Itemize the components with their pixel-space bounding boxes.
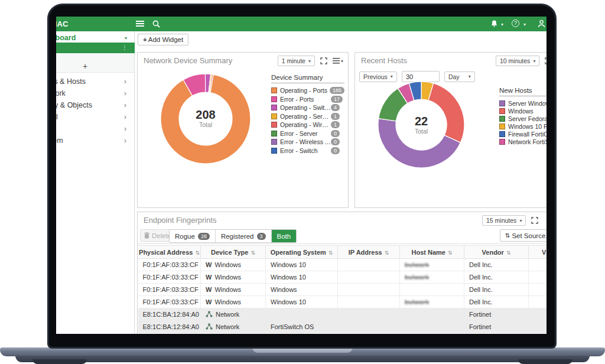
help-icon[interactable]: ? — [512, 20, 519, 27]
legend-item-firewall-fortios[interactable]: Firewall FortiOS — [499, 130, 547, 138]
legend-title: Device Summary — [271, 74, 344, 83]
interval-select[interactable]: 10 minutes▾ — [496, 56, 539, 66]
legend-item-operating-ports[interactable]: Operating - Ports185 — [271, 86, 344, 95]
filter-rogue-button[interactable]: Rogue28 — [170, 230, 215, 242]
search-icon[interactable] — [152, 20, 160, 30]
cell-host-name — [400, 308, 464, 321]
table-row[interactable]: F0:1F:AF:03:33:CFWWindowsWindows 10bulwa… — [138, 296, 547, 308]
panel-title: Recent Hosts — [361, 56, 407, 65]
legend-item-operating-switch[interactable]: Operating - Switch4 — [271, 103, 344, 112]
bell-caret-icon[interactable]: ▾ — [501, 22, 503, 27]
dashboard-dropdown[interactable]: Dashboard ▾ — [56, 32, 135, 43]
set-source-button[interactable]: ⇅ Set Source... — [500, 229, 547, 242]
legend-label: Operating - Switch — [280, 104, 331, 111]
legend-count-badge: 17 — [331, 96, 343, 103]
interval-select[interactable]: 1 minute▾ — [278, 56, 315, 66]
legend-item-server-fedora-based[interactable]: Server Fedora based — [499, 115, 547, 122]
legend-item-server-windows[interactable]: Server Windows — [499, 99, 547, 107]
cell-extra — [529, 308, 547, 321]
cell-vendor: Fortinet — [464, 321, 529, 333]
sort-icon: ⇅ — [328, 250, 333, 256]
sidebar-item-row-5[interactable]: › — [56, 123, 134, 135]
legend-count-badge: 0 — [331, 130, 340, 137]
sidebar-item-portal[interactable]: Portal› — [56, 111, 134, 123]
cell-extra — [529, 321, 547, 333]
sidebar-item-label: Network — [56, 87, 66, 99]
chevron-right-icon: › — [124, 111, 126, 123]
legend-item-error-server[interactable]: Error - Server0 — [271, 129, 344, 138]
table-row[interactable]: F0:1F:AF:03:33:CFWWindowsWindowsDell Inc… — [138, 284, 547, 296]
cell-vendor: Dell Inc. — [464, 296, 529, 308]
cell-extra — [529, 271, 547, 284]
legend-swatch — [499, 116, 505, 122]
cell-extra — [529, 296, 547, 308]
cell-physical-address: E8:1C:BA:12:84:A0 — [138, 308, 201, 321]
menu-icon[interactable] — [136, 20, 144, 29]
sidebar-menu: Users & Hosts›Network›Policy & Objects›P… — [56, 76, 134, 147]
column-header-device-type[interactable]: Device Type⇅ — [201, 246, 266, 259]
cell-physical-address: F0:1F:AF:03:33:CF — [138, 284, 201, 296]
filter-count-badge: 28 — [198, 233, 210, 240]
filter-label: Rogue — [175, 233, 195, 240]
sidebar-item-network[interactable]: Network› — [56, 87, 134, 99]
filter-registered-button[interactable]: Registered3 — [215, 230, 271, 242]
legend-item-network-fortiswitch[interactable]: Network FortiSwitch — [499, 138, 547, 145]
device-summary-legend: Device Summary Operating - Ports185Error… — [271, 74, 344, 155]
legend-item-error-ports[interactable]: Error - Ports17 — [271, 95, 344, 104]
filter-group: Rogue28Registered3Both — [169, 229, 297, 243]
legend-item-error-wireless-acc[interactable]: Error - Wireless Acc...0 — [271, 138, 344, 147]
table-row[interactable]: E8:1C:BA:12:84:A0NetworkFortiSwitch OSFo… — [138, 321, 547, 333]
filter-count-badge: 3 — [257, 233, 266, 240]
legend-label: Firewall FortiOS — [508, 131, 547, 138]
notifications-bell-icon[interactable] — [491, 20, 497, 29]
fullscreen-icon[interactable] — [545, 57, 547, 64]
chevron-down-icon: ▾ — [125, 35, 127, 41]
cell-physical-address: F0:1F:AF:03:33:CF — [138, 296, 201, 308]
sort-icon: ⇅ — [195, 250, 200, 256]
donut-segment-windows[interactable] — [428, 83, 464, 142]
chart-menu-icon[interactable]: ▾ — [333, 58, 343, 64]
filter-label: Registered — [221, 233, 254, 240]
fullscreen-icon[interactable] — [320, 57, 327, 64]
selected-dashboard-row[interactable]: ⋮ — [56, 43, 135, 53]
column-header-v[interactable]: V⇅ — [529, 246, 547, 259]
column-header-physical-address[interactable]: Physical Address⇅ — [138, 246, 201, 259]
cell-device-type: WWindows — [201, 284, 266, 296]
legend-item-windows-10-pro-6-3[interactable]: Windows 10 Pro 6.3 — [499, 122, 547, 130]
sidebar-item-label: Portal — [56, 111, 58, 123]
interval-select[interactable]: 15 minutes▾ — [482, 215, 526, 226]
column-header-ip-address[interactable]: IP Address⇅ — [338, 246, 400, 259]
windows-icon: W — [206, 298, 212, 306]
cell-ip-address — [338, 308, 400, 321]
panel-title: Endpoint Fingerprints — [144, 216, 217, 225]
legend-item-windows[interactable]: Windows — [499, 107, 547, 115]
legend-item-operating-wireless[interactable]: Operating - Wireless...1 — [271, 121, 344, 129]
legend-item-error-switch[interactable]: Error - Switch0 — [271, 147, 344, 155]
cell-operating-system: Windows 10 — [266, 296, 338, 308]
column-header-host-name[interactable]: Host Name⇅ — [400, 246, 464, 259]
table-row[interactable]: F0:1F:AF:03:33:CFWWindowsWindows 10bulwa… — [138, 259, 547, 271]
column-header-operating-system[interactable]: Operating System⇅ — [266, 246, 338, 259]
legend-item-operating-server[interactable]: Operating - Server1 — [271, 112, 344, 121]
filter-both-button[interactable]: Both — [271, 230, 297, 242]
more-options-icon[interactable]: ⋮ — [122, 44, 128, 51]
legend-count-badge: 4 — [331, 104, 340, 111]
add-widget-button[interactable]: +Add Widget — [138, 34, 188, 46]
help-caret-icon[interactable]: ▾ — [523, 22, 526, 27]
table-row[interactable]: F0:1F:AF:03:33:CFWWindowsWindows 10bulwa… — [138, 271, 547, 284]
user-icon[interactable] — [538, 20, 545, 30]
column-header-vendor[interactable]: Vendor⇅ — [464, 246, 529, 259]
legend-swatch — [271, 105, 277, 110]
cell-device-type: Network — [201, 308, 266, 321]
add-dashboard-button[interactable]: + — [83, 61, 87, 71]
sidebar-item-users-hosts[interactable]: Users & Hosts› — [56, 76, 134, 87]
sidebar-item-system[interactable]: System› — [56, 135, 134, 147]
dashboard-label: Dashboard — [56, 34, 76, 42]
table-row[interactable]: E8:1C:BA:12:84:A0NetworkFortinet — [138, 308, 547, 321]
fullscreen-icon[interactable] — [531, 217, 538, 224]
chevron-right-icon: › — [124, 123, 126, 135]
laptop-foot-left — [32, 359, 87, 364]
sidebar-item-policy-objects[interactable]: Policy & Objects› — [56, 99, 134, 111]
new-hosts-legend: New Hosts Server WindowsWindowsServer Fe… — [499, 87, 547, 145]
cell-vendor: Dell Inc. — [464, 284, 529, 296]
